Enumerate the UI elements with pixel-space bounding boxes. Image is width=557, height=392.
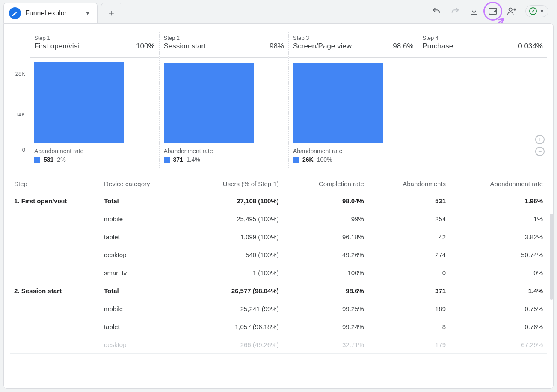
- abandonment-count: 531: [44, 156, 53, 163]
- cell-step: [10, 300, 100, 318]
- cell-abandonment-rate: 1%: [450, 210, 547, 228]
- table-row[interactable]: tablet 1,099 (100%) 96.18% 42 3.82%: [10, 228, 547, 246]
- report-tab[interactable]: Funnel explor… ▼: [3, 3, 98, 23]
- funnel-bar: [34, 62, 124, 143]
- data-table: Step Device category Users (% of Step 1)…: [10, 176, 547, 381]
- table-row[interactable]: mobile 25,241 (99%) 99.25% 189 0.75%: [10, 300, 547, 318]
- cell-abandonment-rate: 1.96%: [450, 192, 547, 210]
- cell-device: mobile: [100, 300, 181, 318]
- cell-device: smart tv: [100, 264, 181, 282]
- col-abandonments[interactable]: Abandonments: [368, 176, 450, 192]
- step-label: Step 4: [423, 35, 543, 41]
- funnel-step[interactable]: Step 3 Screen/Page view98.6% Abandonment…: [288, 32, 418, 168]
- col-abandonment-rate[interactable]: Abandonment rate: [450, 176, 547, 192]
- cell-users: 1,099 (100%): [181, 228, 283, 246]
- cell-device: mobile: [100, 210, 181, 228]
- abandonment-pct: 1.4%: [187, 156, 200, 163]
- cell-abandonments: 371: [368, 282, 450, 300]
- abandonment-count: 371: [173, 156, 183, 163]
- step-name: First open/visit: [34, 42, 81, 50]
- step-name: Purchase: [423, 42, 453, 50]
- cell-completion: 96.18%: [283, 228, 368, 246]
- zoom-out-button[interactable]: −: [535, 147, 545, 156]
- cell-abandonments: 8: [368, 318, 450, 336]
- step-name: Screen/Page view: [293, 42, 352, 50]
- col-device[interactable]: Device category: [100, 176, 181, 192]
- cell-step: [10, 264, 100, 282]
- cell-abandonments: 254: [368, 210, 450, 228]
- funnel-step[interactable]: Step 1 First open/visit100% Abandonment …: [30, 32, 159, 168]
- step-pct: 100%: [136, 42, 154, 50]
- cell-users: 1,057 (96.18%): [181, 318, 283, 336]
- step-pct: 98.6%: [393, 42, 413, 50]
- table-row[interactable]: 1. First open/visit Total 27,108 (100%) …: [10, 192, 547, 210]
- cell-device: tablet: [100, 318, 181, 336]
- table-row[interactable]: desktop 266 (49.26%) 32.71% 179 67.29%: [10, 336, 547, 354]
- cell-device: desktop: [100, 336, 181, 354]
- y-axis-labels: 28K 14K 0: [10, 71, 27, 152]
- share-user-icon[interactable]: [507, 6, 517, 16]
- cell-users: 27,108 (100%): [181, 192, 283, 210]
- cell-step: [10, 336, 100, 354]
- status-chevron-icon: ▼: [539, 8, 545, 14]
- cell-completion: 100%: [283, 264, 368, 282]
- step-pct: 0.034%: [518, 42, 543, 50]
- cell-abandonment-rate: 50.74%: [450, 246, 547, 264]
- cell-users: 26,577 (98.04%): [181, 282, 283, 300]
- funnel-chart: Step 1 First open/visit100% Abandonment …: [30, 32, 547, 168]
- funnel-bar: [293, 63, 383, 143]
- abandonment-pct: 2%: [57, 156, 65, 163]
- cell-step: [10, 318, 100, 336]
- table-row[interactable]: desktop 540 (100%) 49.26% 274 50.74%: [10, 246, 547, 264]
- funnel-step[interactable]: Step 4 Purchase0.034%: [418, 32, 548, 168]
- undo-icon[interactable]: [431, 6, 441, 16]
- legend-swatch: [164, 157, 170, 163]
- cell-completion: 99.24%: [283, 318, 368, 336]
- tab-title: Funnel explor…: [25, 9, 81, 17]
- table-row[interactable]: 2. Session start Total 26,577 (98.04%) 9…: [10, 282, 547, 300]
- export-icon[interactable]: [488, 6, 498, 16]
- abandonment-pct: 100%: [317, 156, 332, 163]
- legend-swatch: [34, 157, 40, 163]
- abandonment-label: Abandonment rate: [34, 148, 155, 154]
- cell-abandonments: 189: [368, 300, 450, 318]
- table-row[interactable]: smart tv 1 (100%) 100% 0 0%: [10, 264, 547, 282]
- cell-abandonment-rate: 0.75%: [450, 300, 547, 318]
- zoom-in-button[interactable]: +: [535, 135, 545, 144]
- svg-point-1: [509, 8, 512, 11]
- col-users[interactable]: Users (% of Step 1): [181, 176, 283, 192]
- step-name: Session start: [164, 42, 206, 50]
- add-tab-button[interactable]: ＋: [101, 3, 121, 23]
- cell-abandonments: 0: [368, 264, 450, 282]
- cell-abandonment-rate: 3.82%: [450, 228, 547, 246]
- cell-step: [10, 246, 100, 264]
- cell-abandonments: 42: [368, 228, 450, 246]
- cell-abandonments: 179: [368, 336, 450, 354]
- scrollbar[interactable]: [550, 214, 553, 300]
- chevron-down-icon[interactable]: ▼: [85, 10, 90, 16]
- cell-abandonment-rate: 0.76%: [450, 318, 547, 336]
- abandonment-count: 26K: [302, 156, 314, 163]
- download-icon[interactable]: [469, 6, 479, 16]
- funnel-step[interactable]: Step 2 Session start98% Abandonment rate…: [159, 32, 289, 168]
- cell-step: 1. First open/visit: [10, 192, 100, 210]
- cell-completion: 99%: [283, 210, 368, 228]
- col-completion[interactable]: Completion rate: [283, 176, 368, 192]
- legend-swatch: [293, 157, 299, 163]
- abandonment-label: Abandonment rate: [164, 148, 284, 154]
- redo-icon[interactable]: [450, 6, 460, 16]
- step-label: Step 2: [164, 35, 284, 41]
- cell-completion: 99.25%: [283, 300, 368, 318]
- cell-abandonments: 274: [368, 246, 450, 264]
- col-step[interactable]: Step: [10, 176, 100, 192]
- cell-users: 1 (100%): [181, 264, 283, 282]
- cell-abandonment-rate: 0%: [450, 264, 547, 282]
- table-row[interactable]: mobile 25,495 (100%) 99% 254 1%: [10, 210, 547, 228]
- funnel-bar: [164, 63, 254, 143]
- step-label: Step 1: [34, 35, 155, 41]
- status-pill[interactable]: ✓ ▼: [525, 5, 548, 17]
- cell-step: [10, 210, 100, 228]
- table-row[interactable]: tablet 1,057 (96.18%) 99.24% 8 0.76%: [10, 318, 547, 336]
- abandonment-label: Abandonment rate: [293, 148, 414, 154]
- cell-device: desktop: [100, 246, 181, 264]
